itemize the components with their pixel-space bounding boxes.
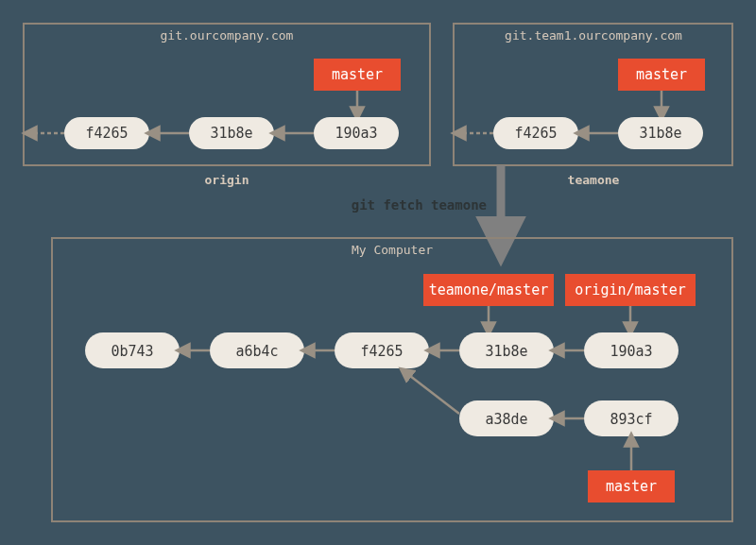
commit-node: a38de	[459, 400, 554, 436]
svg-text:31b8e: 31b8e	[485, 343, 527, 360]
diagram-canvas: git.ourcompany.com origin master f4265 3…	[0, 0, 756, 545]
commit-node: 190a3	[584, 332, 679, 368]
panel-origin-title: git.ourcompany.com	[161, 28, 294, 43]
commit-node: 31b8e	[459, 332, 554, 368]
svg-text:0b743: 0b743	[111, 343, 153, 360]
svg-text:190a3: 190a3	[610, 343, 652, 360]
panel-local-title: My Computer	[352, 243, 433, 257]
commit-node: 190a3	[314, 117, 399, 149]
commit-node: 893cf	[584, 400, 679, 436]
panel-local: My Computer teamone/master origin/master…	[52, 238, 732, 521]
command-label: git fetch teamone	[352, 197, 487, 213]
svg-text:f4265: f4265	[85, 125, 128, 142]
branch-origin-master: master	[314, 59, 401, 91]
svg-text:origin/master: origin/master	[575, 281, 685, 298]
svg-text:893cf: 893cf	[610, 411, 652, 428]
commit-node: f4265	[64, 117, 149, 149]
arrow-icon	[410, 376, 459, 414]
panel-origin: git.ourcompany.com origin master f4265 3…	[24, 24, 430, 187]
panel-teamone: git.team1.ourcompany.com teamone master …	[454, 24, 732, 187]
panel-teamone-label: teamone	[568, 173, 620, 187]
commit-node: f4265	[493, 117, 578, 149]
branch-teamone-master: master	[618, 59, 705, 91]
commit-node: f4265	[335, 332, 429, 368]
commit-node: 31b8e	[618, 117, 703, 149]
branch-origin-remote: origin/master	[565, 274, 696, 306]
svg-text:f4265: f4265	[514, 125, 557, 142]
commit-node: a6b4c	[210, 332, 304, 368]
svg-text:31b8e: 31b8e	[639, 125, 681, 142]
svg-text:master: master	[332, 66, 383, 83]
branch-local-master: master	[588, 470, 675, 502]
svg-text:master: master	[636, 66, 687, 83]
svg-text:f4265: f4265	[360, 343, 403, 360]
commit-node: 0b743	[85, 332, 180, 368]
svg-text:a6b4c: a6b4c	[235, 343, 278, 360]
panel-origin-label: origin	[205, 173, 249, 187]
branch-teamone-remote: teamone/master	[423, 274, 554, 306]
svg-text:31b8e: 31b8e	[210, 125, 252, 142]
svg-text:a38de: a38de	[485, 411, 527, 428]
svg-text:master: master	[606, 478, 657, 495]
panel-teamone-title: git.team1.ourcompany.com	[505, 28, 682, 43]
commit-node: 31b8e	[189, 117, 274, 149]
svg-text:teamone/master: teamone/master	[429, 281, 548, 298]
svg-text:190a3: 190a3	[335, 125, 377, 142]
